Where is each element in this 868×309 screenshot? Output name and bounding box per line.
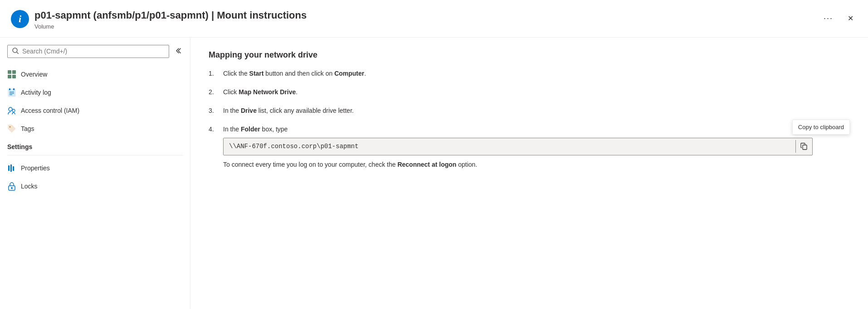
more-options-button[interactable]: ··· [820, 12, 837, 25]
step-4: 4. In the Folder box, type Copy to clipb… [209, 125, 850, 169]
activity-log-icon [7, 88, 16, 97]
page-title: p01-sapmnt (anfsmb/p1/p01-sapmnt) | Moun… [34, 9, 813, 22]
svg-rect-5 [12, 75, 16, 78]
step-2-content: Click Map Network Drive. [223, 87, 850, 97]
svg-point-19 [11, 187, 13, 189]
resource-icon: i [11, 10, 29, 28]
page-subtitle: Volume [34, 23, 813, 30]
svg-point-12 [9, 107, 12, 111]
tags-icon [7, 124, 16, 133]
sidebar-item-activity-log[interactable]: Activity log [0, 83, 190, 101]
sidebar-item-overview-label: Overview [21, 71, 47, 78]
svg-rect-4 [8, 75, 11, 78]
main-layout: Overview Activity log [0, 38, 868, 309]
sidebar-item-access-control[interactable]: Access control (IAM) [0, 101, 190, 120]
sidebar-item-access-control-label: Access control (IAM) [21, 107, 79, 114]
svg-point-13 [12, 109, 15, 112]
info-circle-icon: i [11, 10, 29, 28]
page-header: i p01-sapmnt (anfsmb/p1/p01-sapmnt) | Mo… [0, 0, 868, 38]
step-2-number: 2. [209, 87, 218, 97]
svg-rect-16 [10, 164, 12, 172]
copy-icon [800, 143, 808, 150]
overview-icon [7, 70, 16, 79]
folder-value: \\ANF-670f.contoso.corp\p01-sapmnt [224, 138, 795, 155]
svg-line-1 [17, 52, 19, 54]
step-3: 3. In the Drive list, click any availabl… [209, 106, 850, 116]
svg-rect-17 [13, 166, 14, 171]
sidebar-item-tags[interactable]: Tags [0, 120, 190, 138]
folder-input-row: \\ANF-670f.contoso.corp\p01-sapmnt [223, 138, 813, 155]
sidebar-item-overview[interactable]: Overview [0, 65, 190, 83]
step-4-content: In the Folder box, type Copy to clipboar… [223, 125, 850, 169]
svg-rect-2 [8, 70, 11, 74]
sidebar-item-locks[interactable]: Locks [0, 177, 190, 195]
header-text-block: p01-sapmnt (anfsmb/p1/p01-sapmnt) | Moun… [34, 9, 813, 30]
close-button[interactable]: ✕ [844, 13, 857, 24]
svg-point-14 [10, 126, 11, 127]
step-4-number: 4. [209, 125, 218, 134]
content-area: Mapping your network drive 1. Click the … [190, 38, 868, 309]
svg-rect-15 [8, 165, 10, 171]
svg-rect-3 [12, 70, 16, 74]
locks-icon [7, 182, 16, 191]
step-1-number: 1. [209, 69, 218, 78]
search-container [0, 45, 190, 65]
step-1: 1. Click the Start button and then click… [209, 69, 850, 78]
content-title: Mapping your network drive [209, 50, 850, 60]
search-box[interactable] [7, 45, 169, 58]
step-1-content: Click the Start button and then click on… [223, 69, 850, 78]
settings-section-header: Settings [0, 138, 190, 153]
svg-rect-7 [9, 88, 10, 90]
instructions-list: 1. Click the Start button and then click… [209, 69, 850, 169]
copy-tooltip: Copy to clipboard [792, 120, 850, 135]
access-control-icon [7, 106, 16, 115]
folder-input-container: Copy to clipboard \\ANF-670f.contoso.cor… [223, 138, 850, 155]
settings-divider [7, 155, 183, 155]
copy-to-clipboard-button[interactable] [795, 140, 812, 153]
sidebar-item-properties-label: Properties [21, 164, 50, 172]
search-icon [12, 48, 19, 55]
sidebar-item-locks-label: Locks [21, 183, 38, 190]
sidebar-item-tags-label: Tags [21, 125, 34, 132]
sidebar: Overview Activity log [0, 38, 190, 309]
step-3-content: In the Drive list, click any available d… [223, 106, 850, 116]
step-2: 2. Click Map Network Drive. [209, 87, 850, 97]
svg-rect-8 [13, 88, 15, 90]
sidebar-item-properties[interactable]: Properties [0, 159, 190, 177]
header-actions: ··· ✕ [820, 12, 857, 25]
step-3-number: 3. [209, 106, 218, 116]
collapse-sidebar-button[interactable] [173, 46, 183, 57]
sidebar-item-activity-log-label: Activity log [21, 89, 51, 96]
svg-rect-20 [803, 145, 807, 150]
search-input[interactable] [22, 48, 164, 55]
properties-icon [7, 164, 16, 173]
reconnect-text: To connect every time you log on to your… [223, 160, 850, 169]
